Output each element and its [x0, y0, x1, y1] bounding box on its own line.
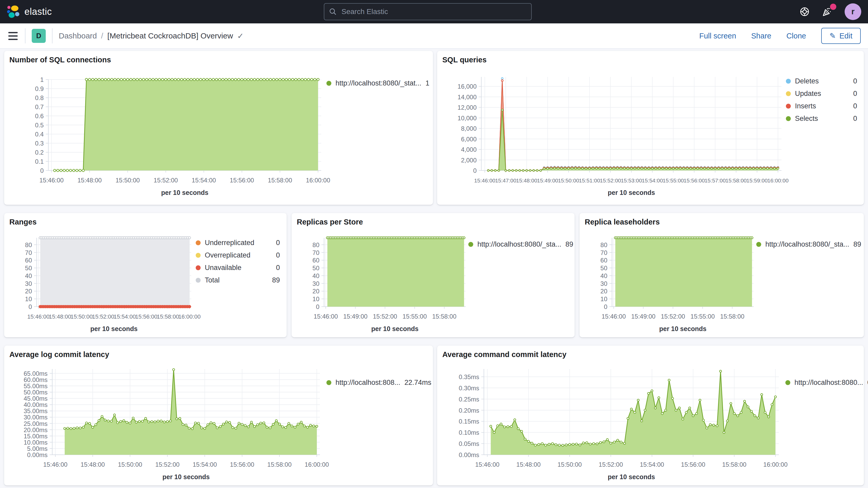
svg-text:0: 0: [40, 167, 44, 174]
breadcrumb-separator: /: [101, 31, 103, 40]
chart-replica-leaseholders: 15:46:0015:49:0015:52:0015:55:0015:58:00…: [585, 227, 756, 331]
svg-text:per 10 seconds: per 10 seconds: [659, 325, 706, 332]
series-color-dot: [196, 253, 200, 258]
legend-label: Total: [205, 276, 268, 284]
svg-text:15:46:00: 15:46:00: [314, 313, 338, 320]
svg-text:0.2: 0.2: [35, 149, 44, 156]
legend-label: http://localhost:8080/_sta...: [765, 240, 849, 249]
legend-label: http://localhost:8080/_stat...: [336, 79, 421, 88]
svg-text:20: 20: [25, 288, 32, 295]
legend-item[interactable]: Unavailable0: [196, 263, 280, 272]
svg-text:15:58:00: 15:58:00: [268, 177, 292, 184]
legend-item[interactable]: Deletes0: [786, 77, 857, 86]
legend-label: http://localhost:8080/_sta...: [477, 240, 561, 249]
series-color-dot: [756, 242, 761, 247]
svg-text:0: 0: [316, 303, 319, 310]
panel-log-commit-latency: Average log commit latency15:46:0015:48:…: [4, 345, 433, 485]
svg-text:15:54:00: 15:54:00: [192, 177, 216, 184]
legend-value: 0: [276, 238, 280, 247]
svg-text:20: 20: [312, 288, 319, 295]
svg-text:15:59:00: 15:59:00: [746, 178, 768, 183]
svg-text:0.20ms: 0.20ms: [459, 407, 479, 414]
legend-item[interactable]: Total89: [196, 276, 280, 284]
svg-text:80: 80: [25, 241, 32, 248]
svg-text:15:48:00: 15:48:00: [516, 461, 540, 468]
svg-text:0.3: 0.3: [35, 140, 44, 147]
legend-item[interactable]: http://localhost:8080/_sta...89: [468, 240, 568, 249]
chart-log-commit-latency: 15:46:0015:48:0015:50:0015:52:0015:54:00…: [9, 360, 327, 480]
help-icon[interactable]: [799, 6, 810, 17]
elastic-logo[interactable]: elastic: [7, 5, 52, 19]
legend-label: Underreplicated: [205, 238, 272, 247]
svg-text:16:00:00: 16:00:00: [178, 313, 200, 320]
svg-text:45.00ms: 45.00ms: [24, 395, 48, 402]
svg-text:15:56:00: 15:56:00: [230, 461, 254, 468]
legend-item[interactable]: http://localhost:808...22.74ms: [327, 378, 426, 387]
legend-value: 0: [853, 101, 857, 111]
legend-value: 0: [276, 251, 280, 260]
legend-item[interactable]: Inserts0: [786, 101, 857, 111]
svg-text:15:58:00: 15:58:00: [157, 313, 179, 320]
panel-title-log-commit-latency: Average log commit latency: [9, 350, 428, 359]
legend-item[interactable]: Updates0: [786, 89, 857, 98]
legend-label: Unavailable: [205, 263, 272, 272]
legend-label: Inserts: [795, 101, 849, 111]
svg-text:50: 50: [600, 265, 607, 272]
clone-button[interactable]: Clone: [786, 32, 806, 40]
share-button[interactable]: Share: [751, 32, 771, 40]
svg-text:0.5: 0.5: [35, 122, 44, 129]
legend-item[interactable]: Underreplicated0: [196, 238, 280, 247]
svg-text:6,000: 6,000: [461, 135, 476, 143]
legend-item[interactable]: http://localhost:8080/_sta...89: [756, 240, 857, 249]
panel-title-replica-leaseholders: Replica leaseholders: [585, 218, 859, 226]
svg-text:15:53:00: 15:53:00: [621, 178, 642, 183]
legend-item[interactable]: Overreplicated0: [196, 251, 280, 260]
divider: [52, 28, 53, 43]
panel-title-sql-connections: Number of SQL connections: [9, 56, 428, 64]
chart-sql-queries: 15:46:0015:47:0015:48:0015:49:0015:50:00…: [442, 65, 785, 196]
legend-item[interactable]: http://localhost:8080...0.26ms: [785, 378, 868, 387]
svg-text:70: 70: [312, 249, 319, 256]
panel-title-sql-queries: SQL queries: [442, 56, 859, 64]
dashboard-badge[interactable]: D: [32, 29, 46, 43]
svg-text:15:58:00: 15:58:00: [725, 178, 747, 183]
breadcrumb-dashboard-link[interactable]: Dashboard: [59, 31, 97, 40]
legend-label: Updates: [795, 89, 849, 98]
legend-item[interactable]: http://localhost:8080/_stat...1: [327, 79, 429, 88]
full-screen-button[interactable]: Full screen: [699, 32, 736, 40]
legend-label: Overreplicated: [205, 251, 272, 260]
svg-text:0.9: 0.9: [35, 85, 44, 92]
svg-text:15:50:00: 15:50:00: [118, 461, 142, 468]
menu-icon[interactable]: [7, 31, 19, 41]
check-icon[interactable]: ✓: [237, 31, 244, 40]
svg-text:0.15ms: 0.15ms: [459, 418, 479, 425]
panel-replica-leaseholders: Replica leaseholders15:46:0015:49:0015:5…: [580, 213, 864, 337]
svg-text:15:54:00: 15:54:00: [642, 178, 663, 183]
edit-button[interactable]: ✎ Edit: [821, 28, 861, 44]
svg-text:per 10 seconds: per 10 seconds: [608, 473, 655, 481]
legend-value: 0: [853, 89, 857, 98]
svg-text:40: 40: [600, 272, 607, 279]
svg-text:15:51:00: 15:51:00: [579, 178, 600, 183]
svg-text:15:47:00: 15:47:00: [495, 178, 516, 183]
svg-text:10: 10: [600, 296, 607, 302]
svg-text:0.4: 0.4: [35, 131, 44, 138]
legend-value: 89: [565, 240, 573, 249]
search-input[interactable]: [341, 7, 527, 16]
news-icon[interactable]: [822, 6, 833, 17]
svg-text:16:00:00: 16:00:00: [305, 461, 329, 468]
svg-text:15:50:00: 15:50:00: [116, 177, 140, 184]
svg-text:0.8: 0.8: [35, 94, 44, 101]
svg-text:15:50:00: 15:50:00: [70, 313, 93, 320]
legend-label: http://localhost:808...: [336, 378, 400, 387]
panel-title-replicas-per-store: Replicas per Store: [297, 218, 569, 226]
svg-text:16:00:00: 16:00:00: [763, 461, 787, 468]
svg-text:15:52:00: 15:52:00: [661, 313, 685, 320]
global-search[interactable]: [324, 3, 532, 20]
panel-sql-connections: Number of SQL connections15:46:0015:48:0…: [4, 51, 433, 205]
svg-text:0.35ms: 0.35ms: [459, 373, 479, 380]
svg-text:15:52:00: 15:52:00: [92, 313, 114, 320]
avatar[interactable]: r: [845, 3, 861, 20]
legend-item[interactable]: Selects0: [786, 114, 857, 123]
page-title[interactable]: [Metricbeat CockroachDB] Overview: [107, 31, 233, 40]
